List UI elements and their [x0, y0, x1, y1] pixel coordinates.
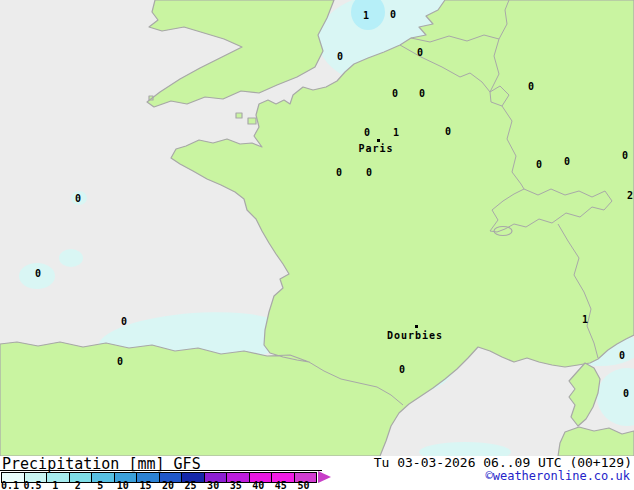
precip-value-marker: 2 [627, 191, 633, 201]
land-channel-island-1 [236, 113, 242, 118]
copyright-text: ©weatheronline.co.uk [486, 469, 631, 483]
precip-value-marker: 1 [582, 315, 588, 325]
legend-tick-label: 0.5 [24, 481, 42, 490]
legend-tick-label: 35 [230, 481, 242, 490]
precip-value-marker: 0 [35, 269, 41, 279]
precip-value-marker: 1 [393, 128, 399, 138]
legend-segment [70, 473, 93, 482]
city-label: Paris [358, 144, 393, 154]
precip-value-marker: 0 [399, 365, 405, 375]
legend-tick-label: 10 [117, 481, 129, 490]
precip-value-marker: 0 [390, 10, 396, 20]
map-canvas [0, 0, 634, 456]
legend-tick-label: 20 [162, 481, 174, 490]
legend-colorbar [1, 472, 317, 483]
precip-value-marker: 0 [117, 357, 123, 367]
precip-value-marker: 1 [363, 11, 369, 21]
legend-tick-label: 5 [97, 481, 103, 490]
legend-tick-label: 0.1 [1, 481, 19, 490]
precip-value-marker: 0 [336, 168, 342, 178]
legend-tick-label: 15 [139, 481, 151, 490]
legend-tick-label: 1 [52, 481, 58, 490]
precip-value-marker: 0 [564, 157, 570, 167]
precip-value-marker: 0 [623, 389, 629, 399]
legend-tick-label: 40 [252, 481, 264, 490]
precip-value-marker: 0 [622, 151, 628, 161]
weather-map-page: 100000010000000000021000 ParisDourbies P… [0, 0, 634, 490]
legend-tick-label: 30 [207, 481, 219, 490]
legend-segment [47, 473, 70, 482]
precip-value-marker: 0 [337, 52, 343, 62]
precip-value-marker: 0 [366, 168, 372, 178]
land-channel-island-2 [248, 118, 256, 124]
precip-value-marker: 0 [419, 89, 425, 99]
precip-value-marker: 0 [75, 194, 81, 204]
precipitation-map: 100000010000000000021000 ParisDourbies [0, 0, 634, 456]
city-label: Dourbies [387, 331, 443, 341]
legend-tick-label: 25 [185, 481, 197, 490]
legend-underline [0, 470, 322, 471]
city-dot [377, 139, 380, 142]
legend-tick-label: 50 [297, 481, 309, 490]
city-dot [415, 325, 418, 328]
precip-value-marker: 0 [417, 48, 423, 58]
precip-value-marker: 0 [392, 89, 398, 99]
legend-tick-label: 2 [75, 481, 81, 490]
precip-value-marker: 0 [364, 128, 370, 138]
precip-value-marker: 0 [528, 82, 534, 92]
legend-arrow-icon [318, 471, 331, 483]
precip-value-marker: 0 [536, 160, 542, 170]
precip-value-marker: 0 [121, 317, 127, 327]
forecast-datetime: Tu 03-03-2026 06..09 UTC (00+129) [374, 455, 632, 470]
precip-value-marker: 0 [619, 351, 625, 361]
legend-tick-label: 45 [275, 481, 287, 490]
precip-value-marker: 0 [445, 127, 451, 137]
